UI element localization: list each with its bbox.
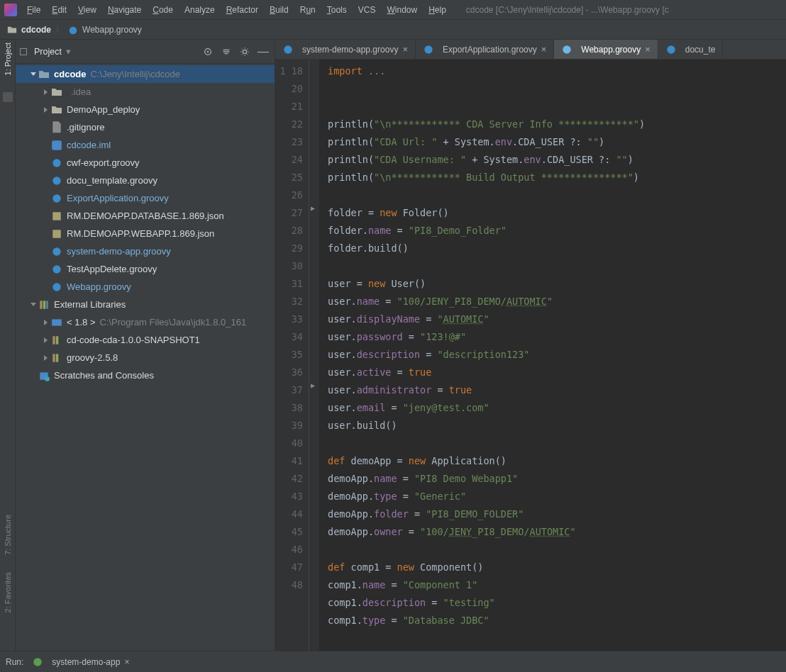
tab-favorites-tool[interactable]: 2: Favorites	[4, 572, 12, 612]
menu-analyze[interactable]: Analyze	[179, 2, 221, 18]
run-marker-icon[interactable]: ▶	[311, 381, 315, 389]
editor-tab[interactable]: ExportApplication.groovy×	[416, 40, 554, 59]
expand-toggle[interactable]	[41, 87, 51, 97]
project-combobox[interactable]: Project	[34, 47, 62, 57]
svg-rect-18	[52, 354, 55, 362]
locate-icon[interactable]	[201, 45, 215, 59]
tree-root[interactable]: cdcode C:\Jeny\Intellij\cdcode	[16, 65, 275, 83]
svg-point-23	[563, 45, 571, 53]
svg-point-20	[45, 376, 50, 381]
tree-item-rm-db[interactable]: RM.DEMOAPP.DATABASE.1.869.json	[16, 207, 275, 225]
expand-toggle[interactable]	[41, 105, 51, 115]
svg-rect-19	[56, 354, 58, 362]
editor-tab-active[interactable]: Webapp.groovy×	[554, 40, 658, 59]
folder-icon	[7, 26, 17, 34]
tool-strip-icon[interactable]	[3, 92, 13, 102]
svg-point-3	[243, 50, 246, 53]
library-icon	[51, 335, 62, 346]
close-icon[interactable]: ×	[402, 44, 408, 55]
tree-item-testapp[interactable]: TestAppDelete.groovy	[16, 260, 275, 278]
tree-lib1[interactable]: cd-code-cda-1.0.0-SNAPSHOT1	[16, 331, 275, 349]
tree-item-demoapp[interactable]: DemoApp_deploy	[16, 101, 275, 118]
menu-view[interactable]: View	[72, 2, 102, 18]
svg-point-11	[52, 265, 60, 273]
svg-rect-9	[52, 230, 60, 237]
svg-point-21	[284, 45, 292, 53]
menu-file[interactable]: File	[21, 2, 46, 18]
tree-item-gitignore[interactable]: .gitignore	[16, 118, 275, 136]
menu-navigate[interactable]: Navigate	[102, 2, 147, 18]
groovy-icon	[32, 656, 43, 668]
breadcrumb-project[interactable]: cdcode	[21, 25, 51, 35]
svg-point-7	[52, 194, 60, 202]
expand-toggle[interactable]	[28, 69, 38, 79]
iml-icon	[51, 140, 62, 151]
tree-item-iml[interactable]: cdcode.iml	[16, 136, 275, 154]
menu-code[interactable]: Code	[147, 2, 179, 18]
expand-toggle[interactable]	[41, 318, 51, 327]
svg-rect-16	[52, 336, 55, 344]
tree-item-idea[interactable]: .idea	[16, 83, 275, 101]
groovy-icon	[51, 264, 62, 275]
menu-refactor[interactable]: Refactor	[221, 2, 264, 18]
menu-run[interactable]: Run	[294, 2, 321, 18]
tree-jdk[interactable]: < 1.8 > C:\Program Files\Java\jdk1.8.0_1…	[16, 313, 275, 331]
menu-tools[interactable]: Tools	[321, 2, 353, 18]
tab-structure-tool[interactable]: 7: Structure	[4, 515, 12, 555]
gutter-line-numbers: 1 18 20 21 22 23 24 25 26 27 28 29 30 31…	[275, 60, 309, 651]
menu-vcs[interactable]: VCS	[353, 2, 382, 18]
project-tool-window: Project ▾ — cdcode C:\Jeny\Intellij\cdco…	[16, 40, 275, 651]
close-icon[interactable]: ×	[124, 657, 129, 667]
expand-toggle[interactable]	[41, 353, 51, 363]
run-toolwindow-label[interactable]: Run:	[6, 657, 23, 667]
tree-item-webapp[interactable]: Webapp.groovy	[16, 278, 275, 296]
tree-lib2[interactable]: groovy-2.5.8	[16, 349, 275, 366]
run-marker-icon[interactable]: ▶	[311, 204, 315, 212]
file-icon	[51, 122, 62, 133]
editor-tab[interactable]: system-demo-app.groovy×	[275, 40, 416, 59]
menu-window[interactable]: Window	[381, 2, 423, 18]
svg-rect-15	[46, 301, 48, 308]
svg-rect-14	[43, 301, 45, 308]
close-icon[interactable]: ×	[645, 44, 651, 55]
json-icon	[51, 211, 62, 222]
breadcrumb: cdcode 〉 Webapp.groovy	[0, 20, 786, 40]
hide-icon[interactable]: —	[256, 45, 270, 59]
svg-rect-4	[52, 140, 62, 150]
groovy-icon	[51, 175, 62, 186]
groovy-icon	[51, 157, 62, 169]
tree-item-export[interactable]: ExportApplication.groovy	[16, 189, 275, 207]
run-config-tab[interactable]: system-demo-app ×	[32, 656, 129, 668]
menu-build[interactable]: Build	[264, 2, 294, 18]
tree-item-sys[interactable]: system-demo-app.groovy	[16, 242, 275, 260]
chevron-down-icon[interactable]: ▾	[66, 46, 71, 57]
tree-item-cwf[interactable]: cwf-export.groovy	[16, 154, 275, 172]
groovy-file-icon	[68, 26, 78, 34]
svg-rect-17	[56, 336, 58, 344]
svg-point-22	[424, 45, 432, 53]
svg-point-6	[52, 177, 60, 184]
close-icon[interactable]: ×	[541, 44, 547, 55]
tree-item-docu[interactable]: docu_template.groovy	[16, 172, 275, 189]
code-editor[interactable]: 1 18 20 21 22 23 24 25 26 27 28 29 30 31…	[275, 60, 786, 651]
menu-help[interactable]: Help	[423, 2, 452, 18]
svg-point-2	[207, 50, 209, 52]
library-icon	[51, 352, 62, 364]
project-tree[interactable]: cdcode C:\Jeny\Intellij\cdcode .idea Dem…	[16, 64, 275, 651]
expand-toggle[interactable]	[28, 300, 38, 310]
module-icon	[38, 69, 50, 80]
editor-tab[interactable]: docu_te	[658, 40, 724, 59]
collapse-all-icon[interactable]	[219, 45, 233, 59]
code-content[interactable]: import ... println("\n************ CDA S…	[319, 60, 786, 651]
breadcrumb-file[interactable]: Webapp.groovy	[82, 25, 142, 35]
tab-project-tool[interactable]: 1: Project	[4, 43, 12, 75]
groovy-icon	[561, 44, 572, 55]
gear-icon[interactable]	[238, 45, 252, 59]
tree-scratches[interactable]: Scratches and Consoles	[16, 366, 275, 384]
menu-edit[interactable]: Edit	[46, 2, 72, 18]
expand-toggle[interactable]	[41, 335, 51, 345]
tree-item-rm-web[interactable]: RM.DEMOAPP.WEBAPP.1.869.json	[16, 225, 275, 242]
groovy-icon	[282, 44, 294, 55]
tree-ext-libs[interactable]: External Libraries	[16, 296, 275, 313]
svg-point-12	[52, 283, 60, 291]
